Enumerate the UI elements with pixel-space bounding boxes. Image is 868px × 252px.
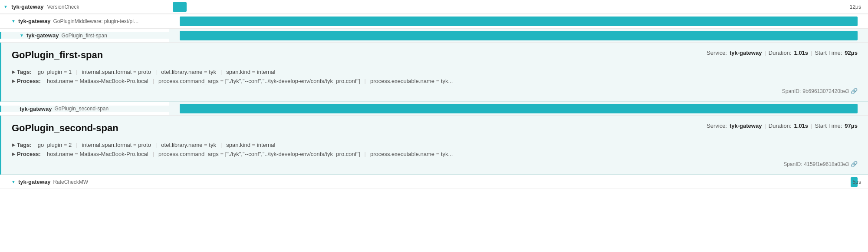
process-expand-icon-second[interactable]: ▶ [12,151,15,157]
tag-1-second: go_plugin = 2 [34,142,75,148]
service-name-goplugin-second: tyk-gateway [20,106,52,112]
service-meta-label-first: Service: [707,50,727,56]
span-id-row-second: SpanID: 4159f1e9618a03e3 🔗 [12,161,858,167]
tag-2-second: internal.span.format = proto [79,142,155,148]
duration-meta-label-second: Duration: [769,123,792,129]
span-id-value-second: 4159f1e9618a03e3 [804,161,849,167]
duration-meta-value-second: 1.01s [794,123,809,129]
tags-label-second: Tags: [17,142,32,148]
duration-meta-value-first: 1.01s [794,50,809,56]
span-id-label-second: SpanID: [783,161,802,167]
chevron-icon-version-check[interactable]: ▼ [3,4,10,9]
service-name-goplugin-middleware: tyk-gateway [18,18,50,24]
span-id-value-first: 9b69613072420be3 [802,88,849,94]
tags-label-first: Tags: [17,69,32,75]
start-meta-value-first: 92μs [845,50,858,56]
tag-4-second: span.kind = internal [223,142,279,148]
detail-meta-goplugin-first: Service: tyk-gateway | Duration: 1.01s |… [707,50,858,56]
timeline-bar-goplugin-first [180,31,858,40]
tag-1-first: go_plugin = 1 [34,69,75,75]
copy-link-icon-first[interactable]: 🔗 [851,88,858,94]
process-label-first: Process: [17,78,41,84]
tags-row-second: ▶ Tags: go_plugin = 2 | internal.span.fo… [12,142,858,148]
process-label-second: Process: [17,151,41,157]
span-name-rate-check: RateCheckMW [53,179,88,185]
trace-row-goplugin-first: ▼ tyk-gateway GoPlugin_first-span GoPlug… [0,29,868,102]
detail-meta-goplugin-second: Service: tyk-gateway | Duration: 1.01s |… [707,123,858,129]
service-meta-value-second: tyk-gateway [730,123,762,129]
tags-row-first: ▶ Tags: go_plugin = 1 | internal.span.fo… [12,69,858,75]
start-meta-label-second: Start Time: [815,123,842,129]
service-name-version-check: tyk-gateway [11,3,43,10]
service-name-goplugin-first: tyk-gateway [26,32,59,39]
span-id-label-first: SpanID: [782,88,801,94]
timeline-bar-goplugin-middleware [180,17,858,26]
tag-3-first: otel.library.name = tyk [158,69,220,75]
detail-title-goplugin-first: GoPlugin_first-span [12,50,103,61]
copy-link-icon-second[interactable]: 🔗 [851,161,858,167]
start-meta-label-first: Start Time: [815,50,842,56]
span-name-goplugin-second: GoPlugin_second-span [54,106,108,112]
trace-row-rate-check-mw: ▼ tyk-gateway RateCheckMW 5μs [0,175,868,189]
process-2-first: process.command_args = ["./tyk","--conf"… [155,78,363,84]
trace-row-go-plugin-middleware: ▼ tyk-gateway GoPluginMiddleware: plugin… [0,14,868,29]
span-name-goplugin-first: GoPlugin_first-span [61,33,107,39]
tag-4-first: span.kind = internal [223,69,279,75]
start-meta-value-second: 97μs [845,123,858,129]
detail-title-goplugin-second: GoPlugin_second-span [12,123,118,134]
process-1-second: host.name = Matiass-MacBook-Pro.local [43,151,152,157]
duration-label-rate-check: 5μs [852,179,861,185]
trace-row-goplugin-second: tyk-gateway GoPlugin_second-span GoPlugi… [0,102,868,175]
trace-container: ▼ tyk-gateway VersionCheck 12μs ▼ tyk-ga… [0,0,868,189]
span-id-row-first: SpanID: 9b69613072420be3 🔗 [12,88,858,94]
trace-row-version-check: ▼ tyk-gateway VersionCheck 12μs [0,0,868,14]
tags-expand-icon-second[interactable]: ▶ [12,142,15,148]
detail-panel-goplugin-second: GoPlugin_second-span Service: tyk-gatewa… [0,116,868,175]
process-2-second: process.command_args = ["./tyk","--conf"… [155,151,363,157]
process-3-second: process.executable.name = tyk... [367,151,456,157]
detail-panel-goplugin-first: GoPlugin_first-span Service: tyk-gateway… [0,43,868,102]
span-name-version-check: VersionCheck [47,4,79,10]
span-name-goplugin-middleware: GoPluginMiddleware: plugin-test/plugin_v… [53,18,140,24]
timeline-bar-goplugin-second [180,104,858,113]
chevron-icon-goplugin-first[interactable]: ▼ [20,33,26,38]
duration-meta-label-first: Duration: [769,50,792,56]
service-meta-label-second: Service: [707,123,727,129]
service-meta-value-first: tyk-gateway [730,50,762,56]
chevron-icon-goplugin-middleware[interactable]: ▼ [11,19,17,23]
process-expand-icon-first[interactable]: ▶ [12,78,15,84]
service-name-rate-check: tyk-gateway [18,179,50,185]
tag-2-first: internal.span.format = proto [79,69,155,75]
process-row-second: ▶ Process: host.name = Matiass-MacBook-P… [12,151,858,157]
process-3-first: process.executable.name = tyk... [367,78,456,84]
duration-label-version-check: 12μs [850,4,861,10]
tags-expand-icon-first[interactable]: ▶ [12,69,15,75]
process-1-first: host.name = Matiass-MacBook-Pro.local [43,78,152,84]
chevron-icon-rate-check[interactable]: ▼ [11,179,17,184]
timeline-bar-version-check [173,2,187,12]
tag-3-second: otel.library.name = tyk [158,142,220,148]
process-row-first: ▶ Process: host.name = Matiass-MacBook-P… [12,78,858,84]
